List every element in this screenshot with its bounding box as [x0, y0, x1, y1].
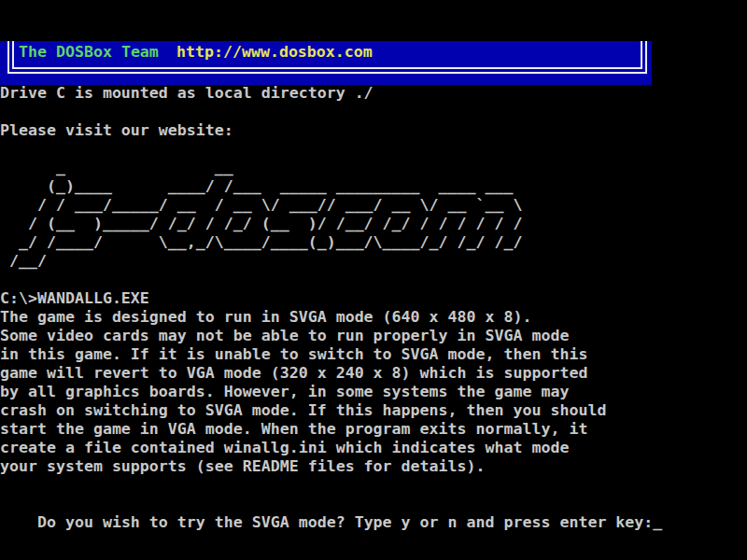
prompt-line[interactable]: Do you wish to try the SVGA mode? Type y…: [0, 495, 662, 513]
ascii-logo-line: / / ___/_____/ __ / __ \/ ___// ___/ __ …: [0, 196, 522, 215]
output-line: in this game. If it is unable to switch …: [0, 345, 606, 364]
dosbox-website-url: http://www.dosbox.com: [176, 43, 373, 62]
ascii-logo-line: _/ /____/ \__,_/\____/____(_)___/\____/_…: [0, 233, 522, 252]
banner-border-left: [7, 41, 9, 74]
output-line: start the game in VGA mode. When the pro…: [0, 420, 606, 439]
ascii-logo-line: /__/: [0, 252, 522, 271]
output-line: your system supports (see README files f…: [0, 457, 606, 476]
dosbox-welcome-banner: The DOSBox Team http://www.dosbox.com: [0, 41, 652, 85]
ascii-logo-line: / (__ )_____/ /_/ / /_/ (__ )/ /__/ /_/ …: [0, 215, 522, 233]
output-line: by all graphics boards. However, in some…: [0, 383, 606, 401]
ascii-logo-line: _ __: [0, 159, 522, 177]
banner-border-bottom-inner: [12, 67, 642, 69]
command-line: C:\>WANDALLG.EXE: [0, 289, 606, 308]
text-cursor: _: [653, 513, 662, 532]
output-line: create a file contained winallg.ini whic…: [0, 439, 606, 457]
jsdos-ascii-logo: _ __ (_)____ ____/ /___ _____ _________ …: [0, 159, 522, 271]
ascii-logo-line: (_)____ ____/ /___ _____ _________ ____ …: [0, 177, 522, 196]
output-line: Some video cards may not be able to run …: [0, 327, 606, 345]
banner-border-right: [645, 41, 647, 74]
dosbox-team-label: The DOSBox Team: [19, 43, 159, 62]
banner-border-bottom: [7, 72, 647, 74]
program-output: C:\>WANDALLG.EXE The game is designed to…: [0, 289, 606, 476]
mount-message: Drive C is mounted as local directory ./: [0, 84, 374, 103]
dos-terminal-screen[interactable]: The DOSBox Team http://www.dosbox.com Dr…: [0, 0, 747, 560]
prompt-question: Do you wish to try the SVGA mode? Type y…: [37, 513, 653, 531]
output-line: game will revert to VGA mode (320 x 240 …: [0, 364, 606, 383]
banner-border-right-inner: [641, 41, 642, 69]
output-line: The game is designed to run in SVGA mode…: [0, 308, 606, 327]
website-message: Please visit our website:: [0, 121, 233, 140]
output-line: crash on switching to SVGA mode. If this…: [0, 401, 606, 420]
banner-border-left-inner: [12, 41, 14, 69]
